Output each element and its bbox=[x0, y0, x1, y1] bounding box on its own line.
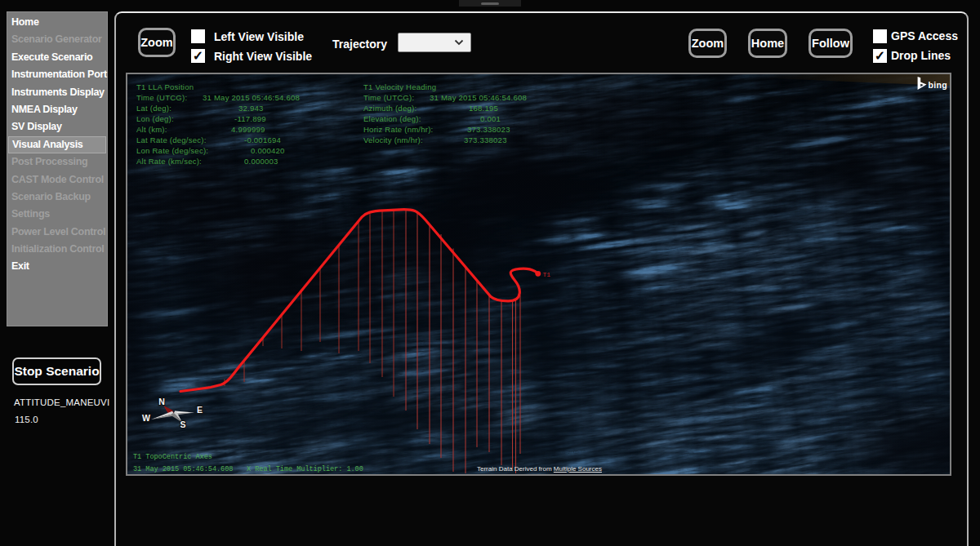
svg-text:N: N bbox=[158, 397, 165, 406]
svg-text:S: S bbox=[180, 419, 185, 429]
svg-text:bing: bing bbox=[929, 80, 947, 90]
svg-text:W: W bbox=[142, 413, 150, 423]
svg-text:E: E bbox=[197, 405, 203, 415]
svg-text:T1: T1 bbox=[543, 271, 551, 278]
